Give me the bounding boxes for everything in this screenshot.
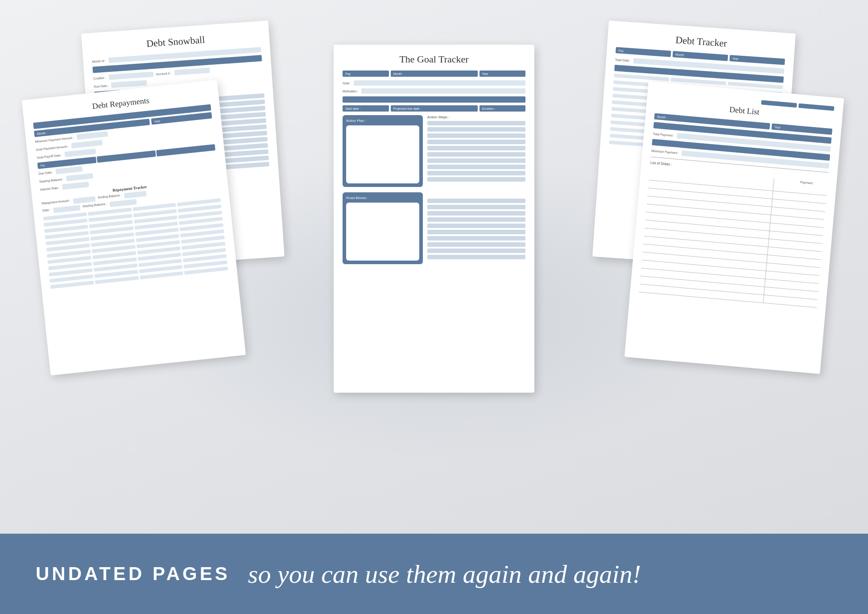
gt-month-bar: Month	[391, 71, 478, 77]
gt-month-label: Month	[393, 72, 402, 75]
dr-ra-input	[73, 196, 96, 204]
gt-roadblocks-box: Road Blocks :	[343, 192, 423, 264]
gt-action-plan-content	[346, 125, 419, 183]
gt-pay-label: Pay	[345, 72, 351, 75]
gt-action-row: Action Plan : Action Steps :	[343, 115, 525, 187]
gt-roadblocks-content	[346, 203, 419, 261]
dr-ir-label: Interest Rate :	[40, 186, 60, 191]
dl-mp-label: Minimum Payment :	[651, 149, 679, 154]
dr-year-label: Year	[154, 119, 161, 123]
creditor-label: Creditor :	[93, 76, 106, 80]
gt-motivation-label: Motivation :	[343, 90, 359, 93]
creditor-input	[108, 71, 153, 80]
gt-year-label: Year	[482, 72, 488, 75]
account-input	[174, 67, 210, 75]
dt-col-3	[728, 82, 783, 89]
gt-action-steps-col: Action Steps :	[427, 115, 525, 187]
dl-year-label: Year	[774, 125, 781, 129]
gt-action-plan-box: Action Plan :	[343, 115, 423, 187]
dr-sb-label: Starting Balance :	[39, 177, 64, 183]
total-debt-label: Total Debt :	[615, 58, 631, 62]
gt-duration-label: Duration :	[482, 107, 496, 110]
gt-roadblocks-steps	[427, 192, 525, 264]
gt-motivation-row: Motivation :	[343, 88, 525, 94]
dr-min-input	[76, 131, 108, 140]
gt-year-bar: Year	[479, 71, 526, 77]
gt-projected-label: Projected due date :	[393, 107, 422, 110]
gt-header: Pay Month Year	[343, 71, 525, 77]
gt-roadblocks-col: Road Blocks :	[343, 192, 423, 264]
gt-action-plan-col: Action Plan :	[343, 115, 423, 187]
dl-table-area: Payment :	[639, 167, 828, 308]
gt-projected-bar: Projected due date :	[391, 105, 478, 112]
dl-tp-label: Total Payment :	[653, 132, 674, 137]
dt-year-bar: Year	[729, 55, 785, 65]
gt-goal-label: Goal :	[343, 82, 351, 85]
gt-dates-row: Start date : Projected due date : Durati…	[343, 105, 525, 112]
debt-repayments-page: Debt Repayments Month : Year Minimum Pay…	[22, 80, 246, 376]
gt-steps-label: Action Steps :	[427, 115, 525, 119]
debt-list-page: Debt List Month : Year Total Payment : M…	[624, 81, 844, 374]
account-label: Account # :	[156, 71, 171, 75]
gt-goal-row: Goal :	[343, 80, 525, 86]
dr-date-input	[53, 205, 80, 213]
dt-month-label: Month	[675, 53, 684, 56]
gt-motivation-input	[361, 88, 525, 94]
dr-eb-label: Ending Balance :	[98, 193, 122, 201]
gt-blue-bar	[343, 96, 525, 103]
dt-col-1	[614, 74, 669, 81]
dr-date-label: Date :	[42, 208, 51, 214]
dr-due-label: Due Date :	[38, 170, 54, 175]
gt-roadblocks-row: Road Blocks :	[343, 192, 525, 264]
dt-pay-label: Pay	[618, 49, 624, 52]
gt-start-label: Start date :	[345, 107, 360, 110]
dr-ir-input	[62, 182, 89, 190]
goal-tracker-title: The Goal Tracker	[343, 54, 525, 65]
due-date-label: Due Date :	[94, 84, 109, 88]
goal-tracker-page: The Goal Tracker Pay Month Year Goal : M…	[334, 45, 534, 393]
banner-undated-label: UNDATED PAGES	[36, 563, 230, 585]
gt-duration-bar: Duration :	[479, 105, 526, 112]
dl-month-label: Month :	[657, 115, 668, 119]
due-date-input	[111, 80, 147, 88]
dr-payoff-label: Goal Payoff Date :	[37, 153, 62, 159]
dt-pay-bar: Pay	[616, 47, 671, 57]
gt-pay-bar: Pay	[343, 71, 389, 77]
dt-year-label: Year	[732, 57, 739, 60]
dr-due-input	[56, 166, 83, 174]
dt-month-bar: Month	[673, 51, 728, 61]
gt-goal-input	[354, 80, 525, 86]
dr-sb2-input	[110, 199, 137, 207]
dr-pay-label: Pay	[40, 164, 45, 167]
banner-script-text: so you can use them again and again!	[248, 559, 641, 589]
gt-start-bar: Start date :	[343, 105, 389, 112]
dr-eb-input	[124, 191, 147, 199]
dr-goal-label: Goal Payment Amount :	[36, 145, 69, 151]
dr-min-label: Minimum Payment Amount :	[35, 136, 74, 143]
main-background: Debt Snowball Month of : Creditor : Acco…	[0, 0, 868, 614]
bottom-banner: UNDATED PAGES so you can use them again …	[0, 534, 868, 614]
dl-rows	[639, 172, 827, 308]
dr-month-label: Month :	[37, 131, 47, 135]
month-label: Month of :	[92, 59, 106, 63]
dr-goal-input	[71, 140, 103, 148]
dr-data-grid	[43, 198, 228, 290]
gt-action-plan-label: Action Plan :	[346, 119, 419, 123]
gt-roadblocks-label: Road Blocks :	[346, 196, 419, 200]
dr-sb-input	[66, 173, 93, 181]
dr-sb2-label: Starting Balance :	[83, 202, 107, 210]
dr-payoff-input	[64, 149, 96, 157]
